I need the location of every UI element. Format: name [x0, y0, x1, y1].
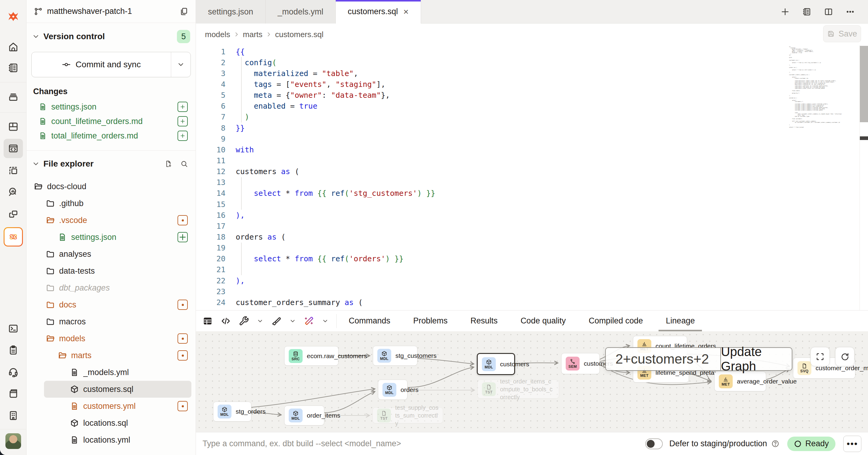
rail-home-button[interactable]	[4, 37, 23, 56]
stage-plus-badge[interactable]	[178, 116, 188, 126]
commit-and-sync-main[interactable]: Commit and sync	[32, 52, 171, 77]
breadcrumb-file[interactable]: customers.sql	[275, 30, 323, 39]
new-tab-icon[interactable]	[781, 7, 789, 16]
rail-avatar-button[interactable]	[4, 431, 23, 451]
tree-item-customers-yml[interactable]: customers.yml	[27, 398, 195, 415]
rail-dbt-logo-button[interactable]	[4, 7, 23, 26]
rail-code-window-button[interactable]	[4, 139, 23, 158]
commit-options-caret[interactable]	[171, 52, 190, 77]
lineage-node-stg-customers[interactable]: MDLstg_customers	[373, 346, 417, 366]
tab--models-yml[interactable]: _models.yml	[266, 0, 336, 24]
lineage-node-order-items[interactable]: MDLorder_items	[284, 405, 324, 425]
rail-building-button[interactable]	[4, 406, 23, 425]
rail-notebook-button[interactable]	[4, 58, 23, 78]
save-button[interactable]: Save	[823, 25, 861, 42]
rail-explore-button[interactable]	[4, 182, 23, 201]
lineage-node-stg-orders[interactable]: MDLstg_orders	[213, 402, 251, 422]
lineage-node-ecom-raw-customers[interactable]: SRCecom.raw_customers	[284, 346, 338, 366]
changed-file-row[interactable]: total_lifetime_orders.md	[27, 129, 195, 143]
compile-code-icon[interactable]	[221, 316, 231, 326]
panel-tab-code-quality[interactable]: Code quality	[518, 311, 569, 332]
help-icon[interactable]	[771, 439, 779, 448]
status-badge[interactable]: Ready	[787, 436, 835, 451]
tree-item-docs[interactable]: docs	[27, 296, 195, 313]
lineage-node-test-order-items[interactable]: TSTtest_order_items_compute_to_bools_cor…	[477, 379, 559, 399]
rail-headset-button[interactable]	[4, 362, 23, 381]
editor-scrollbar[interactable]	[860, 45, 868, 310]
rail-book-button[interactable]	[4, 384, 23, 403]
commit-and-sync-button[interactable]: Commit and sync	[31, 52, 191, 77]
rail-stack-button[interactable]	[4, 87, 23, 107]
breadcrumb-models[interactable]: models	[205, 30, 230, 39]
stage-plus-badge[interactable]	[178, 131, 188, 141]
command-input[interactable]: Type a command, ex. dbt build --select <…	[203, 439, 645, 448]
stage-plus-badge[interactable]	[178, 102, 188, 112]
copilot-wand-icon[interactable]	[304, 316, 314, 326]
lineage-node-average-order-value[interactable]: METaverage_order_value	[714, 371, 766, 391]
copy-icon[interactable]	[179, 7, 188, 16]
tree-item-models[interactable]: models	[27, 330, 195, 347]
lineage-node-orders[interactable]: MDLorders	[378, 379, 407, 400]
rail-frame-button[interactable]	[4, 161, 23, 180]
fullscreen-button[interactable]	[810, 347, 830, 366]
notebook-panel-icon[interactable]	[802, 7, 811, 16]
tree-item--vscode[interactable]: .vscode	[27, 212, 195, 229]
refresh-button[interactable]	[835, 347, 855, 366]
user-avatar[interactable]	[5, 433, 21, 449]
defer-toggle[interactable]	[645, 438, 663, 449]
new-file-icon[interactable]	[162, 160, 175, 168]
tree-item-customers-sql[interactable]: customers.sql	[44, 381, 191, 398]
format-broom-icon[interactable]	[271, 316, 281, 326]
tree-item-locations-yml[interactable]: locations.yml	[27, 431, 195, 448]
changed-file-row[interactable]: settings.json	[27, 99, 195, 114]
tab-settings-json[interactable]: settings.json	[196, 0, 266, 24]
panel-tab-commands[interactable]: Commands	[346, 311, 393, 332]
format-options-chevron-icon[interactable]	[289, 318, 296, 324]
tree-item-docs-cloud[interactable]: docs-cloud	[27, 178, 195, 195]
tree-item--github[interactable]: .github	[27, 195, 195, 212]
rail-terminal-button[interactable]	[4, 319, 23, 338]
tree-item-dbt-packages[interactable]: dbt_packages	[27, 279, 195, 296]
search-icon[interactable]	[178, 160, 190, 168]
code-editor[interactable]: 1{{2 config(3 materialized = "table",4 t…	[196, 46, 868, 310]
tree-item-settings-json[interactable]: settings.json	[27, 229, 195, 246]
tree-item-locations-sql[interactable]: locations.sql	[27, 415, 195, 431]
tree-item-data-tests[interactable]: data-tests	[27, 262, 195, 279]
update-graph-button[interactable]: Update Graph	[720, 348, 792, 370]
git-branch-row[interactable]: matthewshaver-patch-1	[27, 0, 195, 23]
lineage-node-customers-model[interactable]: MDLcustomers	[477, 353, 515, 375]
editor-minimap[interactable]: {{ config( materialized = "table", tags …	[789, 46, 859, 128]
breadcrumb-marts[interactable]: marts	[243, 30, 262, 39]
build-options-chevron-icon[interactable]	[257, 318, 264, 324]
lineage-canvas[interactable]: SRCecom.raw_customersMDLstg_customersMDL…	[196, 331, 868, 432]
stage-plus-badge[interactable]	[178, 232, 188, 242]
tree-item-analyses[interactable]: analyses	[27, 246, 195, 262]
panel-tab-results[interactable]: Results	[467, 311, 501, 332]
preview-table-icon[interactable]	[203, 316, 213, 326]
tab-customers-sql[interactable]: customers.sql×	[336, 0, 421, 24]
rail-clipboard-button[interactable]	[4, 340, 23, 360]
selector-input[interactable]: 2+customers+2	[606, 348, 720, 370]
scrollbar-thumb[interactable]	[860, 46, 868, 122]
panel-tab-problems[interactable]: Problems	[410, 311, 451, 332]
rail-external-window-button[interactable]	[4, 205, 23, 224]
version-control-header[interactable]: Version control 5	[27, 29, 195, 44]
changed-file-row[interactable]: count_lifetime_orders.md	[27, 114, 195, 129]
tree-item-macros[interactable]: macros	[27, 313, 195, 330]
tree-item-marts[interactable]: marts	[27, 347, 195, 364]
rail-grid-button[interactable]	[4, 117, 23, 136]
split-editor-icon[interactable]	[824, 7, 833, 16]
lineage-node-label: average_order_value	[737, 378, 797, 385]
status-more-button[interactable]: •••	[843, 436, 861, 452]
tree-item--models-yml[interactable]: _models.yml	[27, 364, 195, 381]
lineage-node-test-supply-costs[interactable]: TSTtest_supply_costs_sum_correctly	[373, 407, 443, 423]
close-icon[interactable]: ×	[403, 7, 409, 16]
lineage-node-customers-semantic[interactable]: SEMcustomers	[561, 353, 600, 374]
build-wrench-icon[interactable]	[239, 316, 249, 326]
panel-tab-compiled-code[interactable]: Compiled code	[586, 311, 646, 332]
more-options-icon[interactable]	[846, 7, 855, 16]
panel-tab-lineage[interactable]: Lineage	[663, 311, 698, 332]
rail-atom-button[interactable]	[4, 227, 23, 247]
copilot-options-chevron-icon[interactable]	[322, 318, 329, 324]
file-explorer-header[interactable]: File explorer	[27, 156, 195, 172]
